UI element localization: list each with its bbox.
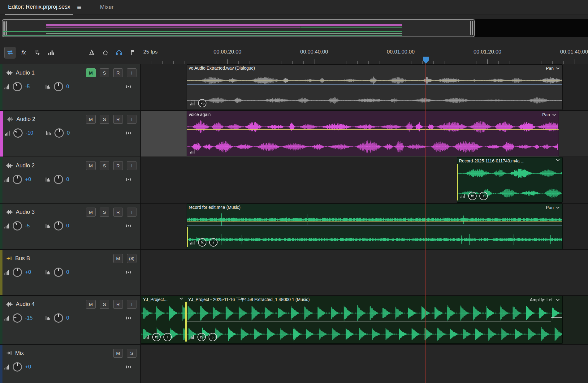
volume-knob[interactable] bbox=[13, 313, 22, 323]
audio-clip[interactable]: record for edit.m4a (Music) Pan fx ♪ bbox=[187, 204, 563, 249]
record-arm-button[interactable]: R bbox=[113, 161, 123, 170]
audio-clip[interactable]: YJ_Project - 2025-11-16 下午1.58 Extracted… bbox=[186, 296, 563, 344]
volume-value[interactable]: -5 bbox=[25, 84, 38, 90]
volume-value[interactable]: -10 bbox=[26, 130, 39, 136]
input-monitoring-icon[interactable] bbox=[124, 130, 133, 136]
clip-music-note-icon[interactable]: ♪ bbox=[209, 333, 217, 341]
input-monitor-button[interactable]: I bbox=[127, 115, 136, 124]
volume-knob[interactable] bbox=[11, 80, 24, 93]
amplify-envelope-line[interactable] bbox=[551, 317, 562, 318]
record-arm-button[interactable]: R bbox=[113, 300, 123, 309]
volume-envelope-line[interactable] bbox=[187, 221, 562, 222]
clip-edge-envelope[interactable] bbox=[457, 164, 458, 200]
volume-value[interactable]: -15 bbox=[25, 315, 38, 321]
volume-knob[interactable] bbox=[12, 127, 24, 140]
clip-pan-dropdown[interactable]: Pan bbox=[546, 205, 560, 210]
clip-fx-icon[interactable]: fx bbox=[198, 238, 206, 247]
audio-clip[interactable]: YJ_Project... fx ♪ bbox=[141, 296, 186, 344]
clip-edge-envelope[interactable] bbox=[185, 302, 186, 342]
clip-dropdown[interactable] bbox=[179, 297, 183, 300]
input-monitor-button[interactable]: I bbox=[127, 208, 136, 217]
volume-knob[interactable] bbox=[11, 220, 24, 232]
input-monitor-button[interactable]: I bbox=[127, 300, 136, 309]
pan-knob[interactable] bbox=[54, 175, 63, 184]
volume-value[interactable]: -5 bbox=[25, 223, 38, 229]
overview-right-handle-2[interactable] bbox=[470, 21, 471, 35]
pan-value[interactable]: 0 bbox=[66, 223, 74, 229]
marker-button[interactable] bbox=[127, 47, 138, 58]
clip-pan-dropdown[interactable]: Pan bbox=[542, 112, 556, 117]
track-lane[interactable]: record for edit.m4a (Music) Pan fx ♪ bbox=[141, 204, 588, 249]
track-header[interactable]: Bus B M (S) +0 0 bbox=[0, 250, 141, 295]
solo-button[interactable]: S bbox=[127, 349, 136, 358]
solo-safe-button[interactable]: (S) bbox=[127, 254, 136, 263]
clip-fx-icon[interactable]: fx bbox=[152, 333, 161, 341]
track-header[interactable]: Audio 2 M S R I -10 0 bbox=[0, 111, 141, 157]
track-lane[interactable] bbox=[141, 250, 588, 295]
clip-fx-icon[interactable]: fx bbox=[468, 192, 477, 200]
input-monitoring-icon[interactable] bbox=[124, 223, 133, 229]
record-arm-button[interactable]: R bbox=[113, 208, 123, 217]
volume-knob[interactable] bbox=[13, 268, 22, 277]
clip-edge-envelope[interactable] bbox=[187, 227, 188, 247]
input-monitor-button[interactable]: I bbox=[127, 161, 136, 170]
pan-knob[interactable] bbox=[54, 268, 63, 277]
input-monitoring-icon[interactable] bbox=[124, 269, 133, 275]
volume-value[interactable]: +0 bbox=[25, 364, 38, 370]
metronome-button[interactable] bbox=[86, 47, 97, 58]
pan-value[interactable]: 0 bbox=[66, 176, 74, 183]
pan-value[interactable]: 0 bbox=[66, 269, 74, 275]
overview-navigator[interactable] bbox=[0, 15, 588, 41]
pan-value[interactable]: 0 bbox=[66, 84, 74, 90]
input-monitor-button[interactable]: I bbox=[127, 68, 136, 77]
track-header[interactable]: Audio 3 M S R I -5 0 bbox=[0, 204, 141, 249]
input-monitoring-icon[interactable] bbox=[124, 177, 133, 182]
volume-value[interactable]: +0 bbox=[25, 269, 38, 275]
track-header[interactable]: Audio 2 M S R I +0 0 bbox=[0, 157, 141, 203]
mute-button[interactable]: M bbox=[113, 349, 123, 358]
clip-music-note-icon[interactable]: ♪ bbox=[479, 192, 488, 200]
mute-button[interactable]: M bbox=[86, 68, 96, 77]
input-monitoring-icon[interactable] bbox=[124, 315, 133, 321]
volume-value[interactable]: +0 bbox=[25, 176, 38, 183]
track-header[interactable]: Mix M S +0 bbox=[0, 345, 141, 383]
track-header[interactable]: Audio 4 M S R I -15 0 bbox=[0, 296, 141, 344]
record-arm-button[interactable]: R bbox=[113, 115, 123, 124]
mute-button[interactable]: M bbox=[113, 254, 123, 263]
clip-music-note-icon[interactable]: ♪ bbox=[209, 238, 218, 247]
overview-left-handle-2[interactable] bbox=[6, 21, 7, 35]
track-lane[interactable]: vo Audio Extracted.wav (Dialogue) Pan bbox=[141, 64, 588, 110]
track-lane[interactable]: YJ_Project... fx ♪ YJ_Project - 2025-11-… bbox=[141, 296, 588, 344]
pan-knob[interactable] bbox=[54, 128, 64, 138]
overview-right-handle[interactable] bbox=[472, 21, 473, 35]
track-lane[interactable] bbox=[141, 345, 588, 383]
mute-button[interactable]: M bbox=[86, 300, 96, 309]
input-monitoring-icon[interactable] bbox=[124, 364, 133, 370]
clip-dropdown[interactable] bbox=[556, 159, 560, 161]
panel-menu-icon[interactable]: ≡ bbox=[73, 0, 85, 15]
solo-button[interactable]: S bbox=[100, 115, 109, 124]
clip-edge-envelope[interactable] bbox=[186, 302, 187, 342]
route-tool-button[interactable] bbox=[32, 47, 43, 58]
dialogue-badge-icon[interactable] bbox=[198, 99, 206, 107]
tab-editor[interactable]: Editor: Remix.prproj.sesx bbox=[5, 0, 73, 15]
audio-clip[interactable]: Record-2025-1116-011743.m4a ... fx ♪ bbox=[457, 157, 563, 203]
volume-envelope-line[interactable] bbox=[187, 129, 559, 130]
pan-value[interactable]: 0 bbox=[67, 130, 74, 136]
metering-button[interactable] bbox=[45, 47, 56, 58]
solo-button[interactable]: S bbox=[100, 68, 109, 77]
effects-button[interactable]: fx bbox=[18, 47, 29, 58]
pan-knob[interactable] bbox=[54, 313, 63, 323]
record-arm-button[interactable]: R bbox=[113, 68, 123, 77]
pan-knob[interactable] bbox=[54, 82, 63, 91]
pan-value[interactable]: 0 bbox=[66, 315, 74, 321]
move-tool-button[interactable] bbox=[4, 47, 15, 58]
pan-envelope-line[interactable] bbox=[187, 84, 562, 85]
volume-knob[interactable] bbox=[13, 362, 22, 372]
clip-pan-dropdown[interactable]: Pan bbox=[546, 66, 560, 71]
punch-record-button[interactable] bbox=[100, 47, 111, 58]
solo-button[interactable]: S bbox=[100, 161, 109, 170]
mute-button[interactable]: M bbox=[86, 208, 96, 217]
volume-envelope-line[interactable] bbox=[187, 80, 562, 80]
pan-knob[interactable] bbox=[54, 221, 63, 230]
